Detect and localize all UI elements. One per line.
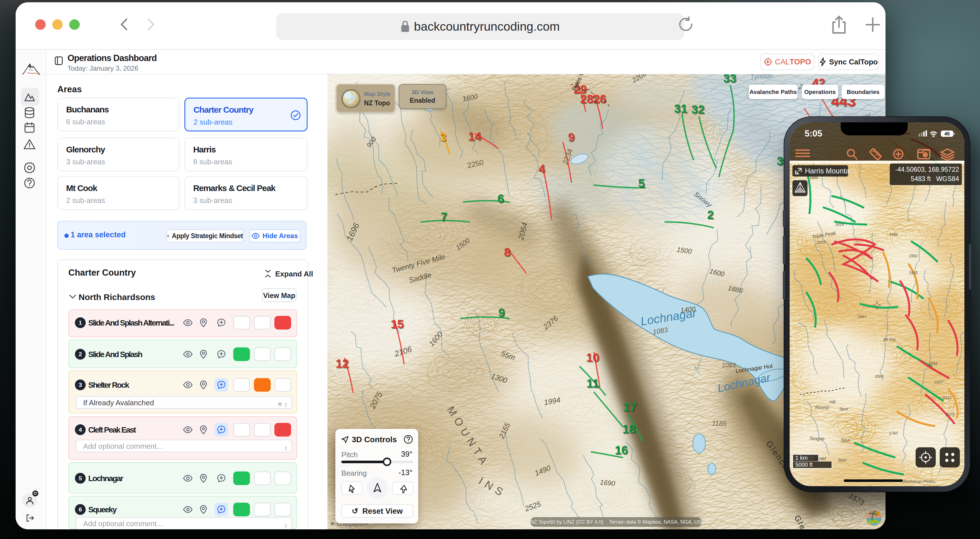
svg-text:Tongue: Tongue: [810, 436, 824, 441]
svg-text:31: 31: [674, 102, 687, 115]
svg-text:1992: 1992: [909, 254, 918, 258]
svg-text:9: 9: [568, 131, 574, 144]
svg-text:4: 4: [539, 162, 545, 175]
svg-text:Spur: Spur: [839, 407, 849, 411]
svg-text:1915: 1915: [909, 271, 918, 275]
svg-text:28: 28: [580, 92, 593, 105]
svg-text:1690: 1690: [600, 478, 616, 487]
svg-text:2121: 2121: [943, 395, 951, 400]
svg-text:Round: Round: [815, 405, 829, 410]
svg-text:10: 10: [586, 351, 600, 364]
svg-text:2203: 2203: [816, 240, 826, 245]
svg-text:Hill: Hill: [829, 399, 835, 404]
svg-text:17: 17: [624, 400, 637, 413]
svg-text:2073: 2073: [945, 412, 955, 417]
svg-text:Mt Eta: Mt Eta: [883, 337, 896, 342]
svg-text:3D: 3D: [798, 188, 803, 193]
svg-text:5: 5: [638, 177, 644, 190]
svg-text:2227: 2227: [934, 380, 943, 384]
svg-text:14: 14: [468, 130, 482, 143]
svg-text:2: 2: [707, 208, 714, 222]
svg-text:11: 11: [587, 376, 599, 390]
svg-text:16: 16: [615, 443, 628, 457]
svg-text:Spur: Spur: [841, 438, 850, 442]
svg-text:18: 18: [622, 423, 636, 436]
svg-text:12: 12: [336, 357, 349, 370]
svg-text:2004: 2004: [875, 374, 883, 379]
svg-text:3: 3: [440, 131, 446, 144]
svg-text:1083: 1083: [722, 362, 736, 369]
svg-text:Spur: Spur: [838, 458, 847, 462]
svg-text:2054: 2054: [928, 361, 937, 366]
svg-text:1762: 1762: [889, 431, 898, 435]
svg-text:8: 8: [504, 246, 511, 259]
svg-text:1400: 1400: [680, 305, 696, 314]
svg-text:33: 33: [723, 74, 737, 85]
svg-text:9: 9: [498, 306, 505, 319]
svg-text:7: 7: [441, 210, 447, 223]
svg-text:45: 45: [945, 131, 950, 137]
svg-text:1943: 1943: [889, 232, 898, 237]
svg-text:Buchanan Peaks: Buchanan Peaks: [903, 479, 935, 484]
svg-text:32: 32: [692, 103, 705, 116]
svg-text:1657: 1657: [858, 314, 867, 319]
svg-text:1814: 1814: [835, 222, 844, 227]
svg-text:26: 26: [593, 92, 607, 105]
svg-text:6: 6: [497, 192, 504, 205]
svg-text:1185: 1185: [712, 419, 727, 427]
svg-text:15: 15: [391, 317, 404, 331]
